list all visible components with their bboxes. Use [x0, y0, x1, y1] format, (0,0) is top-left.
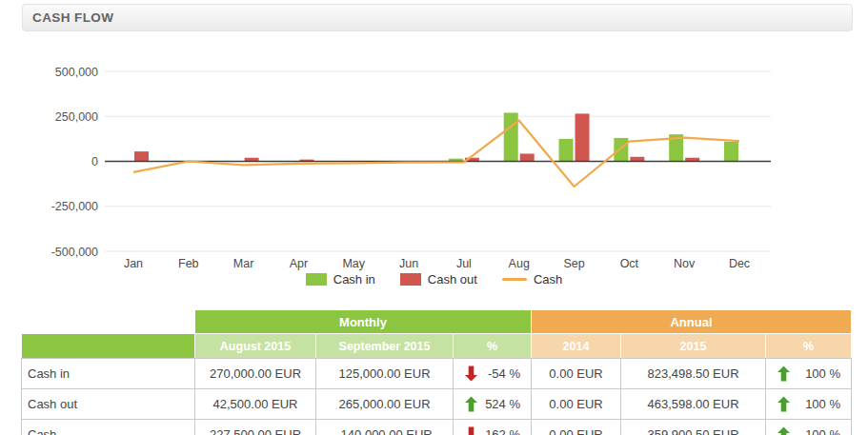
cash-in-bar[interactable] [614, 138, 628, 162]
cash-line [133, 121, 739, 188]
cash-in-bar[interactable] [504, 112, 518, 161]
legend-label: Cash out [428, 272, 477, 287]
cash-in-bar[interactable] [724, 142, 738, 162]
trend-arrow-icon [777, 426, 790, 435]
y-tick-label: 250,000 [55, 110, 98, 124]
cash-in-swatch [306, 273, 327, 286]
cell-annual-pct: 100 % [766, 389, 852, 420]
cell-value: 463,598.00 EUR [621, 389, 766, 420]
cell-value: 359,900.50 EUR [621, 420, 766, 435]
corner-cell [22, 310, 195, 334]
cell-value: 42,500.00 EUR [195, 389, 316, 420]
row-label: Cash out [22, 389, 195, 420]
row-label: Cash [22, 420, 195, 435]
cell-annual-pct: 100 % [766, 359, 852, 389]
cell-value: 265,000.00 EUR [316, 389, 454, 420]
legend-item-cash-out[interactable]: Cash out [400, 272, 477, 287]
legend-item-cash[interactable]: Cash [502, 272, 562, 287]
cash-flow-panel: CASH FLOW 500,000250,0000-250,000-500,00… [0, 0, 868, 435]
x-tick-label: Sep [563, 257, 584, 270]
group-header-row: Monthly Annual [22, 310, 852, 334]
cell-value: 0.00 EUR [532, 420, 621, 435]
x-tick-label: Apr [290, 257, 308, 270]
cash-flow-chart: 500,000250,0000-250,000-500,000JanFebMar… [0, 57, 868, 270]
cash-flow-table: Monthly Annual August 2015 September 201… [21, 309, 852, 435]
col-header-august-2015: August 2015 [195, 334, 316, 359]
cell-value: 227,500.00 EUR [195, 420, 316, 435]
pct-value: 524 % [485, 397, 520, 411]
legend-label: Cash in [333, 272, 375, 287]
col-header-september-2015: September 2015 [316, 334, 454, 359]
x-tick-label: Dec [729, 257, 750, 270]
pct-value: 100 % [805, 427, 840, 435]
trend-arrow-icon [465, 366, 477, 382]
pct-value: -54 % [488, 366, 520, 381]
pct-value: -162 % [481, 427, 520, 435]
cell-value: 270,000.00 EUR [195, 359, 316, 389]
legend-label: Cash [534, 272, 562, 287]
x-tick-label: Oct [620, 257, 639, 270]
monthly-group-header: Monthly [195, 310, 532, 334]
x-tick-label: Jun [399, 257, 418, 270]
y-tick-label: 500,000 [55, 66, 98, 79]
cell-monthly-pct: -162 % [454, 420, 532, 435]
cell-value: 823,498.50 EUR [621, 359, 766, 389]
col-header-2014: 2014 [532, 334, 621, 359]
pct-value: 100 % [805, 397, 840, 411]
cell-value: -140,000.00 EUR [316, 420, 454, 435]
cell-value: 125,000.00 EUR [316, 359, 454, 389]
cell-value: 0.00 EUR [532, 389, 621, 420]
cash-out-swatch [400, 273, 421, 286]
x-tick-label: Jul [456, 257, 472, 270]
cash-out-bar[interactable] [134, 151, 149, 161]
x-tick-label: Jan [124, 257, 143, 270]
y-tick-label: -500,000 [51, 246, 98, 259]
trend-arrow-icon [777, 366, 790, 382]
trend-arrow-icon [465, 426, 477, 435]
x-tick-label: Aug [509, 257, 530, 270]
annual-group-header: Annual [532, 310, 852, 334]
cash-out-bar[interactable] [630, 157, 644, 162]
cash-out-bar[interactable] [520, 153, 535, 161]
table-row-cash-in: Cash in 270,000.00 EUR 125,000.00 EUR -5… [22, 359, 852, 389]
cell-monthly-pct: 524 % [454, 389, 532, 420]
table-row-cash: Cash 227,500.00 EUR -140,000.00 EUR -162… [22, 420, 852, 435]
chart-legend: Cash in Cash out Cash [0, 272, 868, 287]
column-header-row: August 2015 September 2015 % 2014 2015 % [22, 334, 852, 359]
panel-header: CASH FLOW [22, 4, 853, 31]
col-header-monthly-pct: % [454, 334, 532, 359]
table-row-cash-out: Cash out 42,500.00 EUR 265,000.00 EUR 52… [22, 389, 852, 420]
trend-arrow-icon [465, 396, 477, 412]
cell-annual-pct: 100 % [766, 420, 852, 435]
y-tick-label: 0 [91, 155, 98, 168]
trend-arrow-icon [777, 396, 790, 412]
cash-in-bar[interactable] [559, 139, 574, 162]
cell-monthly-pct: -54 % [454, 359, 532, 389]
cash-line-swatch [502, 278, 527, 281]
x-tick-label: Mar [233, 257, 254, 270]
cell-value: 0.00 EUR [532, 359, 621, 389]
x-tick-label: Nov [674, 257, 696, 270]
col-header-annual-pct: % [766, 334, 852, 359]
row-label-header [22, 334, 195, 359]
legend-item-cash-in[interactable]: Cash in [306, 272, 375, 287]
y-tick-label: -250,000 [51, 200, 98, 213]
cash-out-bar[interactable] [575, 113, 590, 161]
col-header-2015: 2015 [621, 334, 766, 359]
x-tick-label: May [342, 257, 365, 270]
pct-value: 100 % [805, 366, 840, 381]
panel-title: CASH FLOW [23, 10, 113, 25]
x-tick-label: Feb [178, 257, 199, 270]
row-label: Cash in [22, 359, 195, 389]
